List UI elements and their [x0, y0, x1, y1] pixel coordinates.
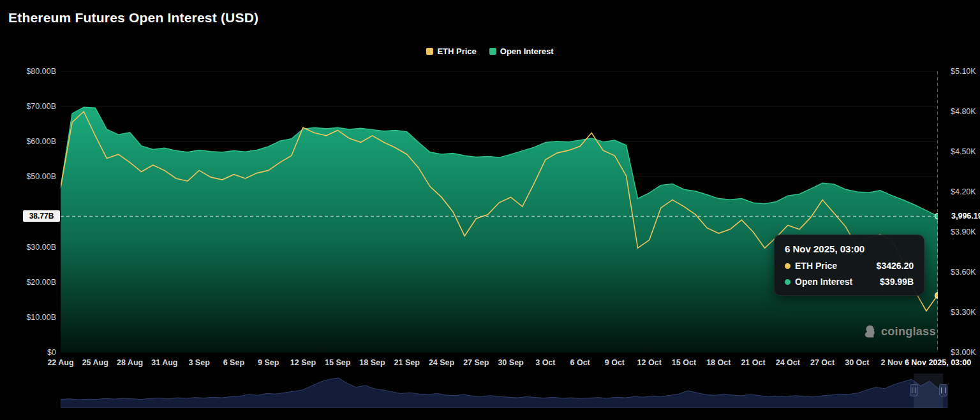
watermark: coinglass [863, 324, 936, 338]
x-axis-tick-label: 25 Aug [82, 358, 108, 367]
tooltip-series-value: $3426.20 [877, 261, 914, 271]
tooltip-series-label: Open Interest [795, 277, 852, 287]
x-axis-tick-label: 9 Oct [605, 358, 625, 367]
x-axis-tick-label: 30 Oct [845, 358, 869, 367]
x-axis-tick-label: 27 Sep [463, 358, 489, 367]
left-axis-tick-label: $0 [47, 348, 56, 357]
x-axis-tick-label: 6 Sep [223, 358, 244, 367]
right-axis-tick-label: $3.60K [951, 268, 976, 277]
navigator-chart[interactable] [61, 373, 947, 408]
x-axis-tick-label: 12 Sep [290, 358, 316, 367]
handle-grip-icon [912, 387, 916, 393]
current-open-interest-axis-badge: 38.77B [23, 210, 60, 222]
right-axis-tick-label: $3.00K [951, 348, 976, 357]
tooltip-row-open-interest: Open Interest $39.99B [785, 277, 914, 287]
watermark-text: coinglass [881, 325, 936, 338]
legend-marker-icon [489, 48, 496, 55]
x-axis-tick-label: 2 Nov [881, 358, 903, 367]
x-axis-tick-label: 12 Oct [637, 358, 662, 367]
x-axis-tick-label: 15 Oct [672, 358, 696, 367]
x-axis-tick-label: 3 Sep [188, 358, 209, 367]
current-time-x-axis-label: 6 Nov 2025, 03:00 [905, 358, 971, 367]
left-axis-tick-label: $70.00B [26, 102, 56, 111]
right-axis-tick-label: $4.80K [951, 107, 976, 116]
x-axis-tick-label: 30 Sep [498, 358, 523, 367]
left-axis-tick-label: $30.00B [26, 243, 56, 252]
x-axis-tick-label: 3 Oct [535, 358, 555, 367]
navigator-area [61, 378, 947, 408]
left-axis-tick-label: $80.00B [26, 67, 56, 76]
tooltip-series-label: ETH Price [795, 261, 837, 271]
left-axis-tick-label: $10.00B [26, 313, 56, 322]
x-axis-tick-label: 31 Aug [151, 358, 177, 367]
right-axis-tick-label: $4.50K [951, 147, 976, 156]
legend-item-label: Open Interest [500, 47, 554, 56]
handle-grip-icon [941, 387, 946, 393]
x-axis-tick-label: 21 Oct [741, 358, 765, 367]
x-axis-tick-label: 18 Oct [706, 358, 731, 367]
left-axis-tick-label: $50.00B [26, 172, 56, 181]
right-axis-tick-label: $4.20K [951, 187, 976, 196]
open-interest-current-marker [935, 214, 939, 219]
right-axis-tick-label: $5.10K [951, 67, 976, 76]
x-axis-tick-label: 22 Aug [47, 358, 73, 367]
right-axis-tick-label: $3.90K [951, 228, 976, 236]
x-axis-tick-label: 28 Aug [117, 358, 143, 367]
current-price-axis-label: 3,996.19 [951, 212, 980, 221]
x-axis-tick-label: 6 Oct [570, 358, 590, 367]
x-axis-tick-label: 27 Oct [810, 358, 835, 367]
left-axis-tick-label: $20.00B [26, 278, 56, 287]
tooltip: 6 Nov 2025, 03:00 ETH Price $3426.20 Ope… [774, 235, 924, 296]
navigator-right-handle[interactable] [939, 384, 947, 396]
legend: ETH PriceOpen Interest [0, 47, 980, 56]
legend-item-eth-price[interactable]: ETH Price [426, 47, 476, 56]
page-title: Ethereum Futures Open Interest (USD) [8, 10, 258, 25]
legend-item-open-interest[interactable]: Open Interest [489, 47, 554, 56]
main-chart-svg [61, 71, 938, 352]
open-interest-area [61, 107, 938, 352]
navigator-left-handle[interactable] [910, 384, 918, 396]
x-axis-tick-label: 15 Sep [325, 358, 350, 367]
x-axis-tick-label: 24 Oct [776, 358, 800, 367]
legend-item-label: ETH Price [437, 47, 476, 56]
chart-plot-area[interactable] [61, 71, 938, 352]
x-axis-tick-label: 24 Sep [429, 358, 454, 367]
x-axis-tick-label: 9 Sep [258, 358, 279, 367]
tooltip-title: 6 Nov 2025, 03:00 [785, 243, 914, 254]
coinglass-logo-icon [863, 324, 877, 338]
x-axis-tick-label: 21 Sep [394, 358, 420, 367]
eth-price-current-marker [935, 293, 939, 298]
tooltip-series-value: $39.99B [880, 277, 914, 287]
legend-marker-icon [426, 48, 433, 55]
right-axis-tick-label: $3.30K [951, 308, 976, 317]
x-axis-tick-label: 18 Sep [359, 358, 385, 367]
coinglass-futures-chart-page: Ethereum Futures Open Interest (USD) ETH… [0, 0, 980, 420]
left-axis-tick-label: $60.00B [26, 137, 56, 146]
eth-price-dot-icon [785, 263, 791, 269]
open-interest-dot-icon [785, 279, 791, 285]
tooltip-row-eth-price: ETH Price $3426.20 [785, 261, 914, 271]
